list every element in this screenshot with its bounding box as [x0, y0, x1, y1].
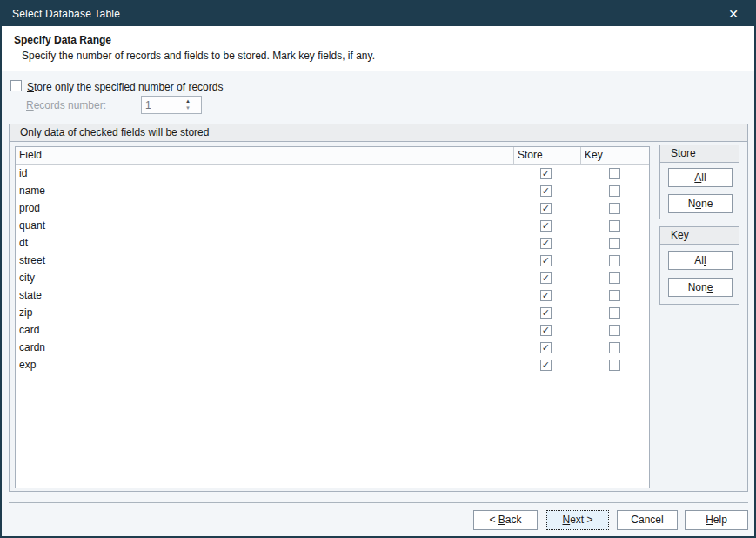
- table-row[interactable]: state✓: [16, 286, 649, 304]
- field-name: cardn: [16, 339, 512, 356]
- key-all-button[interactable]: All: [668, 251, 733, 270]
- title-bar: Select Database Table ✕: [2, 2, 754, 26]
- field-name: exp: [16, 356, 512, 373]
- table-body: id✓name✓prod✓quant✓dt✓street✓city✓state✓…: [16, 165, 649, 373]
- store-checkbox[interactable]: ✓: [540, 342, 552, 353]
- table-row[interactable]: card✓: [16, 321, 649, 339]
- table-row[interactable]: exp✓: [16, 356, 649, 373]
- footer-divider: [9, 502, 748, 503]
- key-cell: [579, 252, 649, 269]
- key-checkbox[interactable]: [609, 360, 620, 371]
- key-checkbox[interactable]: [609, 307, 620, 319]
- key-cell: [579, 199, 649, 217]
- cancel-button[interactable]: Cancel: [617, 510, 678, 530]
- key-cell: [579, 269, 649, 286]
- store-cell: ✓: [512, 165, 579, 182]
- field-name: street: [16, 252, 512, 269]
- store-cell: ✓: [512, 252, 579, 269]
- key-cell: [579, 321, 649, 339]
- key-checkbox[interactable]: [609, 168, 620, 179]
- store-cell: ✓: [512, 199, 579, 217]
- store-none-button[interactable]: None: [668, 194, 733, 213]
- store-cell: ✓: [512, 182, 579, 199]
- store-checkbox[interactable]: ✓: [540, 307, 552, 319]
- store-cell: ✓: [512, 217, 579, 234]
- field-name: city: [16, 269, 512, 286]
- key-cell: [579, 304, 649, 321]
- fields-groupbox: Only data of checked fields will be stor…: [9, 124, 748, 492]
- store-checkbox[interactable]: ✓: [540, 290, 552, 301]
- store-cell: ✓: [512, 356, 579, 373]
- field-name: dt: [16, 234, 512, 252]
- key-cell: [579, 234, 649, 252]
- key-group-title: Key: [660, 227, 739, 245]
- key-cell: [579, 165, 649, 182]
- records-number-input[interactable]: 1 ▲ ▼: [141, 96, 202, 114]
- table-row[interactable]: prod✓: [16, 199, 649, 217]
- store-checkbox[interactable]: ✓: [540, 220, 552, 232]
- table-header: Field Store Key: [16, 147, 649, 165]
- close-icon[interactable]: ✕: [721, 2, 746, 26]
- spin-down-icon[interactable]: ▼: [182, 104, 194, 112]
- store-checkbox[interactable]: ✓: [540, 238, 552, 249]
- spin-buttons: ▲ ▼: [182, 97, 194, 113]
- field-name: name: [16, 182, 512, 199]
- key-none-button[interactable]: None: [668, 278, 733, 297]
- table-row[interactable]: quant✓: [16, 217, 649, 234]
- store-checkbox[interactable]: ✓: [540, 272, 552, 284]
- key-checkbox[interactable]: [609, 185, 620, 197]
- store-cell: ✓: [512, 286, 579, 304]
- wizard-header: Specify Data Range Specify the number of…: [2, 26, 754, 71]
- column-header-store[interactable]: Store: [513, 147, 580, 164]
- key-checkbox[interactable]: [609, 272, 620, 284]
- fields-table: Field Store Key id✓name✓prod✓quant✓dt✓st…: [15, 146, 650, 488]
- key-checkbox[interactable]: [609, 342, 620, 353]
- key-cell: [579, 182, 649, 199]
- store-checkbox[interactable]: ✓: [540, 203, 552, 214]
- table-row[interactable]: zip✓: [16, 304, 649, 321]
- next-button[interactable]: Next >: [546, 510, 609, 530]
- store-all-button[interactable]: All: [668, 168, 733, 187]
- store-checkbox[interactable]: ✓: [540, 168, 552, 179]
- key-checkbox[interactable]: [609, 325, 620, 336]
- key-checkbox[interactable]: [609, 203, 620, 214]
- store-cell: ✓: [512, 339, 579, 356]
- store-records-label[interactable]: Store only the specified number of recor…: [27, 81, 223, 93]
- key-checkbox[interactable]: [609, 290, 620, 301]
- field-name: zip: [16, 304, 512, 321]
- field-name: state: [16, 286, 512, 304]
- store-cell: ✓: [512, 234, 579, 252]
- store-checkbox[interactable]: ✓: [540, 185, 552, 197]
- back-button[interactable]: < Back: [473, 510, 538, 530]
- field-name: card: [16, 321, 512, 339]
- store-checkbox[interactable]: ✓: [540, 360, 552, 371]
- table-row[interactable]: dt✓: [16, 234, 649, 252]
- field-name: quant: [16, 217, 512, 234]
- store-records-checkbox[interactable]: [10, 80, 22, 91]
- help-button[interactable]: Help: [685, 510, 748, 530]
- table-row[interactable]: city✓: [16, 269, 649, 286]
- column-header-field[interactable]: Field: [16, 147, 513, 164]
- store-cell: ✓: [512, 269, 579, 286]
- table-row[interactable]: cardn✓: [16, 339, 649, 356]
- dialog-window: Select Database Table ✕ Specify Data Ran…: [0, 0, 756, 538]
- store-cell: ✓: [512, 304, 579, 321]
- store-groupbox: Store All None: [659, 145, 739, 219]
- key-cell: [579, 339, 649, 356]
- key-cell: [579, 356, 649, 373]
- store-checkbox[interactable]: ✓: [540, 255, 552, 266]
- table-row[interactable]: name✓: [16, 182, 649, 199]
- table-row[interactable]: street✓: [16, 252, 649, 269]
- store-checkbox[interactable]: ✓: [540, 325, 552, 336]
- column-header-key[interactable]: Key: [580, 147, 649, 164]
- key-groupbox: Key All None: [659, 226, 739, 305]
- key-checkbox[interactable]: [609, 255, 620, 266]
- window-title: Select Database Table: [12, 8, 120, 20]
- key-cell: [579, 217, 649, 234]
- page-title: Specify Data Range: [14, 34, 111, 46]
- fields-group-title: Only data of checked fields will be stor…: [10, 124, 747, 142]
- key-checkbox[interactable]: [609, 238, 620, 249]
- key-checkbox[interactable]: [609, 220, 620, 232]
- table-row[interactable]: id✓: [16, 165, 649, 182]
- key-cell: [579, 286, 649, 304]
